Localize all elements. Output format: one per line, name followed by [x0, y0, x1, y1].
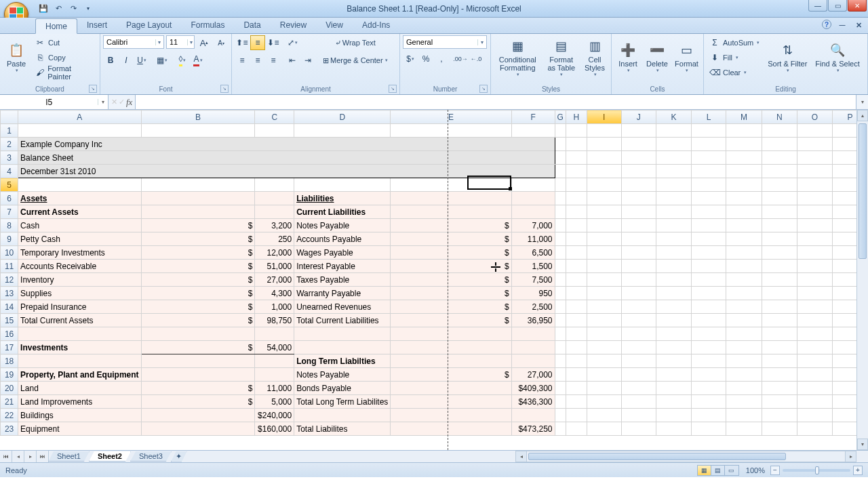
- cell[interactable]: [255, 327, 294, 341]
- cell[interactable]: [555, 382, 566, 395]
- tab-page-layout[interactable]: Page Layout: [117, 18, 181, 33]
- cell[interactable]: [762, 382, 797, 395]
- cell[interactable]: [691, 151, 726, 165]
- worksheet-grid[interactable]: ABCDEFGHIJKLMNOP12Example Company Inc3Ba…: [0, 110, 868, 450]
- cell[interactable]: [255, 205, 294, 219]
- cell[interactable]: [691, 395, 726, 409]
- sort-filter-button[interactable]: ⇅Sort & Filter▾: [765, 35, 810, 80]
- font-name-input[interactable]: [104, 38, 155, 46]
- cell[interactable]: [762, 327, 797, 341]
- cell[interactable]: [621, 124, 656, 138]
- cell[interactable]: 11,000: [255, 382, 294, 395]
- horizontal-scroll-thumb[interactable]: [528, 453, 786, 460]
- cell[interactable]: 27,000: [511, 368, 555, 382]
- cell[interactable]: [691, 300, 726, 314]
- font-name-combo[interactable]: ▾: [103, 35, 164, 49]
- cell[interactable]: $160,000: [255, 422, 294, 436]
- next-sheet-icon[interactable]: ▸: [24, 451, 37, 462]
- cell[interactable]: Warranty Payable: [294, 287, 391, 300]
- cell[interactable]: $: [141, 341, 255, 354]
- cell[interactable]: [797, 205, 832, 219]
- tab-formulas[interactable]: Formulas: [181, 18, 234, 33]
- sheet-tab-sheet1[interactable]: Sheet1: [48, 451, 90, 462]
- cell[interactable]: [141, 192, 255, 205]
- cell[interactable]: 1,500: [511, 260, 555, 273]
- cell[interactable]: [566, 395, 587, 409]
- cell[interactable]: [141, 327, 255, 341]
- cell[interactable]: [726, 341, 762, 354]
- cell[interactable]: [587, 382, 621, 395]
- font-size-input[interactable]: [167, 38, 187, 46]
- cell[interactable]: [391, 354, 511, 368]
- cell[interactable]: [566, 232, 587, 246]
- cell[interactable]: 98,750: [255, 314, 294, 327]
- cell[interactable]: [566, 368, 587, 382]
- cell[interactable]: $: [391, 260, 511, 273]
- cell[interactable]: [621, 287, 656, 300]
- cell[interactable]: [726, 165, 762, 178]
- cell[interactable]: Current Liabilities: [294, 205, 391, 219]
- tab-view[interactable]: View: [316, 18, 353, 33]
- cell[interactable]: [797, 368, 832, 382]
- cell[interactable]: [691, 314, 726, 327]
- bold-icon[interactable]: B: [103, 53, 118, 68]
- cell[interactable]: [656, 314, 691, 327]
- align-bottom-icon[interactable]: ⬇≡: [266, 35, 281, 50]
- expand-formula-bar-icon[interactable]: ▾: [856, 95, 868, 109]
- cell[interactable]: 250: [255, 232, 294, 246]
- cell[interactable]: [762, 273, 797, 287]
- align-center-icon[interactable]: ≡: [250, 53, 265, 68]
- cell[interactable]: [294, 124, 391, 138]
- cell[interactable]: Inventory: [18, 273, 141, 287]
- cell[interactable]: Bonds Payable: [294, 382, 391, 395]
- clipboard-launcher-icon[interactable]: ↘: [89, 85, 97, 93]
- cell[interactable]: [656, 246, 691, 260]
- number-format-combo[interactable]: ▾: [403, 35, 487, 49]
- formula-input[interactable]: [135, 95, 856, 109]
- cell[interactable]: [587, 151, 621, 165]
- cell[interactable]: [656, 192, 691, 205]
- cell[interactable]: Land: [18, 382, 141, 395]
- cell[interactable]: [511, 192, 555, 205]
- cell[interactable]: [511, 178, 555, 192]
- cell[interactable]: [691, 354, 726, 368]
- cell[interactable]: 3,200: [255, 219, 294, 232]
- shrink-font-icon[interactable]: A▾: [214, 35, 229, 50]
- cell[interactable]: Petty Cash: [18, 232, 141, 246]
- maximize-button[interactable]: ▭: [828, 0, 847, 12]
- cell[interactable]: [587, 287, 621, 300]
- row-header-15[interactable]: 15: [1, 314, 18, 327]
- format-cells-button[interactable]: ▭Format▾: [673, 35, 701, 80]
- cell[interactable]: Total Liabilites: [294, 422, 391, 436]
- cell[interactable]: [797, 382, 832, 395]
- conditional-formatting-button[interactable]: ▦Conditional Formatting▾: [494, 35, 542, 80]
- underline-icon[interactable]: U▾: [134, 53, 149, 68]
- cell[interactable]: [587, 260, 621, 273]
- cell[interactable]: [294, 409, 391, 422]
- cell[interactable]: [691, 246, 726, 260]
- cell[interactable]: [691, 138, 726, 151]
- horizontal-scrollbar[interactable]: ◂ ▸: [515, 451, 856, 462]
- row-header-2[interactable]: 2: [1, 138, 18, 151]
- cell[interactable]: [797, 151, 832, 165]
- cell[interactable]: Total Current Liabilities: [294, 314, 391, 327]
- cell[interactable]: [555, 124, 566, 138]
- cell[interactable]: [555, 314, 566, 327]
- cell[interactable]: [587, 300, 621, 314]
- cancel-formula-icon[interactable]: ✕: [111, 98, 117, 106]
- cell[interactable]: [587, 219, 621, 232]
- tab-home[interactable]: Home: [35, 18, 77, 34]
- col-header-J[interactable]: J: [621, 110, 656, 124]
- cell[interactable]: Investments: [18, 341, 141, 354]
- row-header-18[interactable]: 18: [1, 354, 18, 368]
- cell[interactable]: [391, 382, 511, 395]
- cell[interactable]: [141, 205, 255, 219]
- cell[interactable]: [656, 232, 691, 246]
- cell[interactable]: [656, 341, 691, 354]
- percent-format-icon[interactable]: %: [418, 52, 433, 66]
- cell[interactable]: [621, 165, 656, 178]
- cell[interactable]: [141, 354, 255, 368]
- vertical-scroll-thumb[interactable]: [859, 123, 867, 259]
- help-icon[interactable]: ?: [822, 20, 831, 29]
- cell[interactable]: [555, 138, 566, 151]
